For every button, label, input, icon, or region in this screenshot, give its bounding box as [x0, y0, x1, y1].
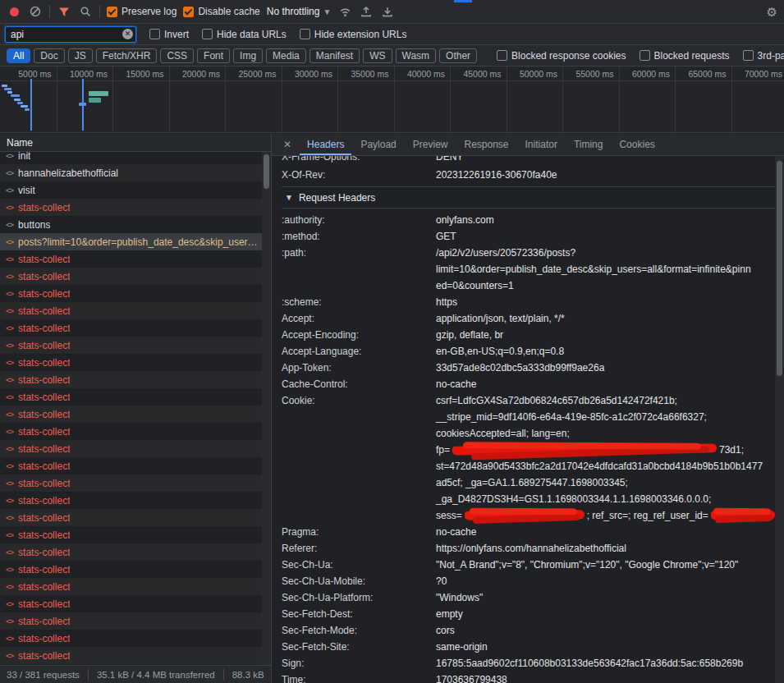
header-value: https [436, 294, 457, 310]
script-file-icon: <> [6, 358, 13, 367]
tab-cookies[interactable]: Cookies [612, 134, 662, 155]
request-row[interactable]: <>stats-collect [0, 285, 271, 302]
request-row[interactable]: <>stats-collect [0, 526, 271, 543]
hide-extension-urls-checkbox[interactable]: Hide extension URLs [300, 29, 407, 40]
header-row: Pragma:no-cache [282, 524, 775, 540]
request-name: stats-collect [18, 271, 70, 282]
type-filter-css[interactable]: CSS [160, 48, 194, 63]
request-row[interactable]: <>stats-collect [0, 406, 271, 423]
header-value: no-cache [436, 524, 476, 540]
search-button[interactable] [78, 4, 93, 19]
request-row[interactable]: <>stats-collect [0, 319, 271, 337]
request-list-scrollbar[interactable] [262, 152, 271, 665]
tab-headers[interactable]: Headers [300, 134, 351, 155]
request-row[interactable]: <>stats-collect [0, 647, 271, 664]
header-value-text: csrf=LdfcGX4Sa72db06824c657db26a5d142472… [436, 395, 677, 406]
type-filter-manifest[interactable]: Manifest [309, 48, 360, 63]
request-name: posts?limit=10&order=publish_date_desc&s… [18, 236, 258, 248]
request-row[interactable]: <>stats-collect [0, 337, 271, 354]
timeline-label: 30000 ms [280, 69, 332, 79]
close-icon[interactable]: ✕ [277, 139, 298, 150]
header-value-text: sess= [436, 510, 462, 521]
tab-timing[interactable]: Timing [566, 134, 611, 155]
type-filter-doc[interactable]: Doc [34, 48, 64, 63]
timeline-overview[interactable]: 5000 ms10000 ms15000 ms20000 ms25000 ms3… [0, 66, 784, 133]
header-name: Referer: [282, 540, 436, 557]
header-value-line: same-origin [436, 639, 488, 655]
request-row[interactable]: <>init [0, 152, 271, 164]
header-row: Accept-Encoding:gzip, deflate, br [282, 327, 775, 343]
type-filter-wasm[interactable]: Wasm [396, 48, 437, 63]
type-filter-js[interactable]: JS [68, 48, 93, 63]
scrollbar-thumb[interactable] [777, 161, 782, 376]
request-row[interactable]: <>stats-collect [0, 612, 271, 630]
request-row[interactable]: <>stats-collect [0, 578, 271, 595]
request-name: stats-collect [18, 461, 70, 472]
import-har-button[interactable] [359, 4, 374, 19]
request-headers-section[interactable]: ▼ Request Headers [282, 187, 775, 209]
preserve-log-checkbox[interactable]: Preserve log [107, 6, 177, 17]
request-row[interactable]: <>posts?limit=10&order=publish_date_desc… [0, 233, 271, 250]
request-row[interactable]: <>visit [0, 181, 271, 199]
type-filter-img[interactable]: Img [233, 48, 263, 63]
checkbox-box [300, 29, 310, 39]
request-row[interactable]: <>stats-collect [0, 492, 271, 509]
checkbox-box [640, 50, 650, 61]
request-row[interactable]: <>stats-collect [0, 250, 271, 268]
request-row[interactable]: <>stats-collect [0, 199, 271, 216]
selection-marker [30, 79, 32, 131]
request-row[interactable]: <>stats-collect [0, 302, 271, 319]
type-filter-fetch-xhr[interactable]: Fetch/XHR [96, 48, 158, 63]
tab-preview[interactable]: Preview [406, 134, 456, 155]
header-value-line: /api2/v2/users/20572336/posts? [436, 245, 751, 261]
invert-checkbox[interactable]: Invert [149, 29, 189, 40]
request-row[interactable]: <>stats-collect [0, 509, 271, 526]
header-value-text: no-cache [436, 526, 476, 538]
blocked-response-cookies-checkbox[interactable]: Blocked response cookies [497, 50, 626, 62]
type-filter-all[interactable]: All [7, 48, 30, 63]
hide-data-urls-checkbox[interactable]: Hide data URLs [202, 29, 287, 40]
request-row[interactable]: <>stats-collect [0, 440, 271, 457]
settings-gear-icon[interactable]: ⚙ [767, 6, 777, 18]
request-row[interactable]: <>stats-collect [0, 561, 271, 578]
clear-filter-icon[interactable]: ✕ [122, 29, 133, 39]
request-row[interactable]: <>stats-collect [0, 457, 271, 474]
request-row[interactable]: <>stats-collect [0, 388, 271, 406]
type-filter-other[interactable]: Other [439, 48, 477, 63]
request-row[interactable]: <>stats-collect [0, 268, 271, 285]
details-scrollbar[interactable] [775, 156, 784, 683]
network-conditions-button[interactable] [337, 4, 352, 19]
request-row[interactable]: <>hannahelizabethofficial [0, 164, 271, 181]
type-filter-ws[interactable]: WS [363, 48, 392, 63]
request-row[interactable]: <>stats-collect [0, 371, 271, 388]
request-row[interactable]: <>stats-collect [0, 354, 271, 371]
timeline-label: 45000 ms [449, 69, 502, 79]
request-row[interactable]: <>stats-collect [0, 543, 271, 561]
waterfall-bar [4, 88, 11, 90]
tab-response[interactable]: Response [456, 134, 516, 155]
filter-input[interactable] [5, 26, 136, 43]
devtools-network-panel: Preserve log Disable cache No throttling… [0, 0, 784, 683]
tab-payload[interactable]: Payload [353, 134, 403, 155]
record-button[interactable] [7, 4, 21, 19]
request-row[interactable]: <>stats-collect [0, 423, 271, 440]
request-row[interactable]: <>buttons [0, 216, 271, 233]
tab-initiator[interactable]: Initiator [518, 134, 565, 155]
throttling-dropdown[interactable]: No throttling ▼ [267, 6, 332, 17]
request-row[interactable]: <>stats-collect [0, 595, 271, 612]
name-column-header[interactable]: Name [0, 134, 271, 152]
request-row[interactable]: <>stats-collect [0, 474, 271, 492]
type-filter-font[interactable]: Font [197, 48, 230, 63]
type-filter-media[interactable]: Media [266, 48, 306, 63]
request-row[interactable]: <>stats-collect [0, 630, 271, 647]
disable-cache-checkbox[interactable]: Disable cache [183, 6, 259, 17]
filter-toggle-button[interactable] [57, 4, 71, 19]
scrollbar-thumb[interactable] [264, 154, 269, 189]
header-value-text: 33d57ade8c02dbc5a333db99ff9ae26a [436, 362, 604, 374]
clear-button[interactable] [28, 4, 43, 19]
blocked-requests-checkbox[interactable]: Blocked requests [640, 50, 730, 62]
checkbox-label: Blocked response cookies [511, 50, 626, 62]
3rd-party-requests-checkbox[interactable]: 3rd-party requests [743, 50, 784, 62]
script-file-icon: <> [6, 375, 13, 384]
export-har-button[interactable] [380, 4, 395, 19]
